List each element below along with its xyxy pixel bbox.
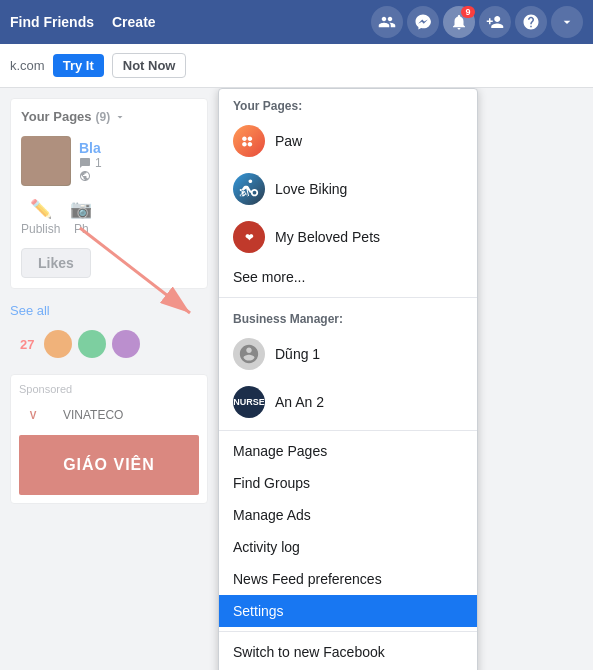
dropdown-bm-anan[interactable]: NURSE An An 2	[219, 378, 477, 426]
friends-icon-btn[interactable]	[371, 6, 403, 38]
settings-label: Settings	[233, 603, 284, 619]
url-label: k.com	[10, 58, 45, 73]
divider-1	[219, 297, 477, 298]
manage-pages-label: Manage Pages	[233, 443, 327, 459]
try-it-button[interactable]: Try It	[53, 54, 104, 77]
messenger-icon	[414, 13, 432, 31]
divider-3	[219, 631, 477, 632]
biking-avatar	[233, 173, 265, 205]
friend-request-icon	[486, 13, 504, 31]
account-dropdown-menu: Your Pages: Paw Love Biking ❤ My Beloved…	[218, 88, 478, 670]
manage-ads-label: Manage Ads	[233, 507, 311, 523]
manage-ads-item[interactable]: Manage Ads	[219, 499, 477, 531]
find-groups-label: Find Groups	[233, 475, 310, 491]
messenger-icon-btn[interactable]	[407, 6, 439, 38]
paw-page-name: Paw	[275, 133, 302, 149]
settings-item[interactable]: Settings	[219, 595, 477, 627]
chevron-down-icon	[559, 14, 575, 30]
nav-right: 9	[371, 6, 583, 38]
pets-avatar: ❤	[233, 221, 265, 253]
paw-avatar	[233, 125, 265, 157]
anan-page-name: An An 2	[275, 394, 324, 410]
switch-facebook-label: Switch to new Facebook	[233, 644, 385, 660]
anan-avatar: NURSE	[233, 386, 265, 418]
activity-log-item[interactable]: Activity log	[219, 531, 477, 563]
people-icon	[378, 13, 396, 31]
help-icon-btn[interactable]	[515, 6, 547, 38]
promo-bar: k.com Try It Not Now	[0, 44, 593, 88]
top-navigation: Find Friends Create 9	[0, 0, 593, 44]
find-groups-item[interactable]: Find Groups	[219, 467, 477, 499]
not-now-button[interactable]: Not Now	[112, 53, 187, 78]
switch-facebook-item[interactable]: Switch to new Facebook	[219, 636, 477, 668]
account-menu-btn[interactable]	[551, 6, 583, 38]
see-more-item[interactable]: See more...	[219, 261, 477, 293]
main-content-area: Your Pages (9) Bla 1	[0, 88, 593, 670]
divider-2	[219, 430, 477, 431]
pets-page-name: My Beloved Pets	[275, 229, 380, 245]
newsfeed-prefs-label: News Feed preferences	[233, 571, 382, 587]
manage-pages-item[interactable]: Manage Pages	[219, 435, 477, 467]
create-link[interactable]: Create	[112, 14, 156, 30]
dropdown-page-pets[interactable]: ❤ My Beloved Pets	[219, 213, 477, 261]
nav-left: Find Friends Create	[10, 14, 156, 30]
friend-requests-icon-btn[interactable]	[479, 6, 511, 38]
your-pages-dropdown-label: Your Pages:	[219, 89, 477, 117]
activity-log-label: Activity log	[233, 539, 300, 555]
notifications-icon-btn[interactable]: 9	[443, 6, 475, 38]
newsfeed-prefs-item[interactable]: News Feed preferences	[219, 563, 477, 595]
biking-page-name: Love Biking	[275, 181, 347, 197]
business-manager-label: Business Manager:	[219, 302, 477, 330]
dung-page-name: Dũng 1	[275, 346, 320, 362]
question-icon	[522, 13, 540, 31]
see-more-label: See more...	[233, 269, 305, 285]
dropdown-bm-dung[interactable]: Dũng 1	[219, 330, 477, 378]
notification-badge: 9	[461, 6, 475, 18]
dung-avatar	[233, 338, 265, 370]
dropdown-page-paw[interactable]: Paw	[219, 117, 477, 165]
dropdown-page-biking[interactable]: Love Biking	[219, 165, 477, 213]
find-friends-link[interactable]: Find Friends	[10, 14, 94, 30]
